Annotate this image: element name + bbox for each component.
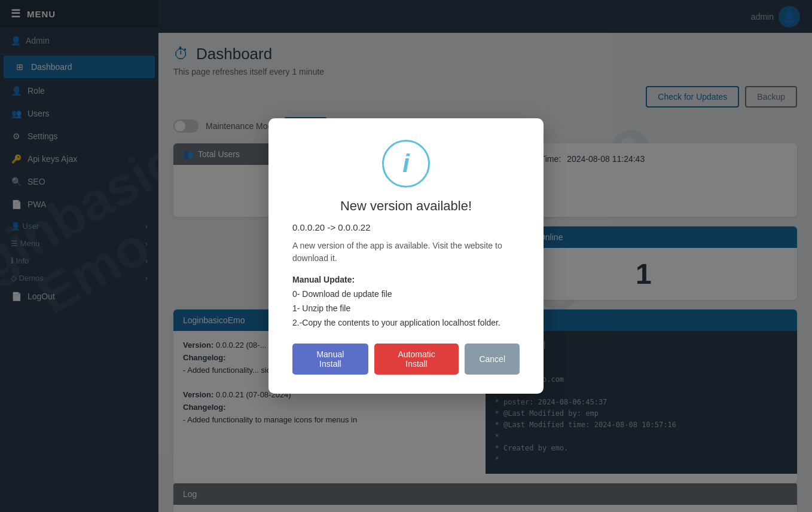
instructions-title: Manual Update: — [292, 275, 355, 284]
cancel-button[interactable]: Cancel — [465, 344, 520, 375]
modal-overlay: i New version available! 0.0.0.20 -> 0.0… — [0, 0, 812, 512]
modal-dialog: i New version available! 0.0.0.20 -> 0.0… — [268, 118, 544, 393]
info-letter: i — [402, 149, 410, 178]
modal-buttons: Manual Install Automatic Install Cancel — [292, 344, 520, 375]
instruction-line-1: 1- Unzip the file — [292, 303, 350, 313]
modal-info-icon: i — [382, 140, 430, 188]
instruction-line-2: 2.-Copy the contents to your application… — [292, 318, 500, 327]
modal-icon-wrapper: i — [292, 140, 520, 188]
modal-title: New version available! — [292, 198, 520, 214]
instruction-line-0: 0- Download de update file — [292, 289, 392, 299]
modal-instructions: Manual Update: 0- Download de update fil… — [292, 273, 520, 330]
modal-version: 0.0.0.20 -> 0.0.0.22 — [292, 222, 520, 232]
manual-install-button[interactable]: Manual Install — [292, 344, 368, 375]
modal-description: A new version of the app is available. V… — [292, 240, 520, 265]
automatic-install-button[interactable]: Automatic Install — [374, 344, 459, 375]
